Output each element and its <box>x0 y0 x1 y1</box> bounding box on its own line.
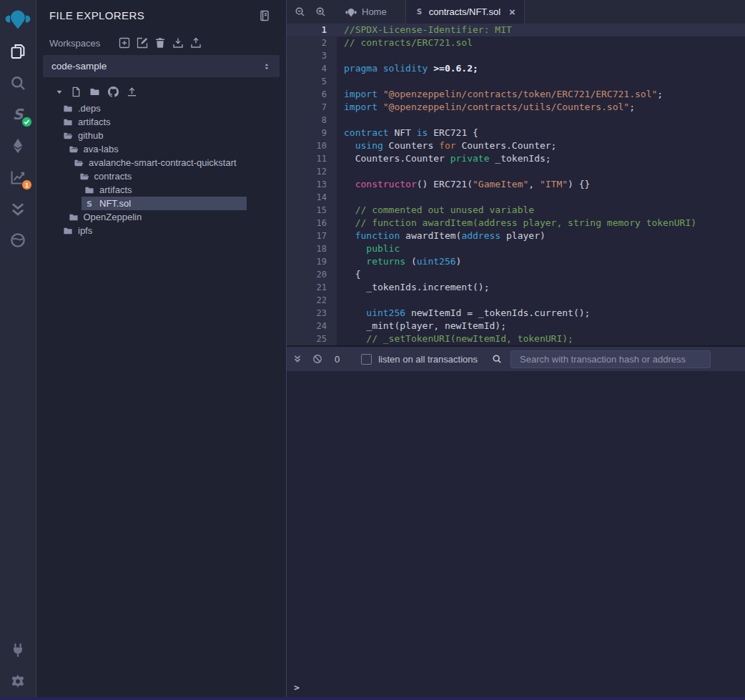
sidebar-deploy-run-button[interactable] <box>8 136 28 156</box>
tree-item[interactable]: SNFT.sol <box>36 197 286 210</box>
expand-terminal-button[interactable] <box>292 354 302 364</box>
code-line[interactable]: 11 Counters.Counter private _tokenIds; <box>287 152 745 165</box>
sidebar-search-button[interactable] <box>8 73 28 93</box>
code-line[interactable]: 25 // _setTokenURI(newItemId, tokenURI); <box>287 332 745 345</box>
bottom-strip <box>0 697 745 700</box>
sidebar-plugin-circle-button[interactable] <box>8 230 28 250</box>
line-number[interactable]: 13 <box>287 178 337 191</box>
code-line[interactable]: 18 public <box>287 242 745 255</box>
sidebar-settings-button[interactable] <box>8 671 28 691</box>
sidebar-unit-testing-button[interactable] <box>8 199 28 219</box>
code-token: public <box>366 243 400 254</box>
zoom-out-button[interactable] <box>290 0 310 24</box>
line-number[interactable]: 1 <box>287 24 337 36</box>
line-number[interactable]: 25 <box>287 332 337 345</box>
code-line[interactable]: 6import "@openzeppelin/contracts/token/E… <box>287 88 745 101</box>
code-line[interactable]: 12 <box>287 165 745 178</box>
line-number[interactable]: 16 <box>287 217 337 230</box>
tree-item[interactable]: ipfs <box>36 224 286 237</box>
workspace-select[interactable]: code-sample <box>43 55 280 77</box>
tree-item[interactable]: artifacts <box>36 183 286 197</box>
code-line[interactable]: 7import "@openzeppelin/contracts/utils/C… <box>287 101 745 114</box>
zoom-in-button[interactable] <box>310 0 331 24</box>
line-number[interactable]: 24 <box>287 320 337 332</box>
create-file-button[interactable] <box>71 87 82 97</box>
collapse-tree-button[interactable] <box>56 89 63 96</box>
tree-item[interactable]: .deps <box>36 102 286 115</box>
book-icon[interactable] <box>259 10 270 21</box>
code-token: ) {} <box>568 179 590 189</box>
remix-logo-icon[interactable] <box>5 4 31 33</box>
tree-item[interactable]: avalanche-smart-contract-quickstart <box>36 156 286 169</box>
line-number[interactable]: 17 <box>287 230 337 242</box>
transaction-count: 0 <box>335 354 340 365</box>
code-line[interactable]: 21 _tokenIds.increment(); <box>287 281 745 294</box>
code-line[interactable]: 23 uint256 newItemId = _tokenIds.current… <box>287 307 745 320</box>
publish-files-button[interactable] <box>127 87 137 97</box>
sidebar-plugin-manager-button[interactable] <box>8 640 28 660</box>
terminal-output[interactable]: > <box>287 371 745 700</box>
restore-workspace-button[interactable] <box>190 37 202 49</box>
line-number[interactable]: 3 <box>287 49 337 62</box>
line-number[interactable]: 9 <box>287 127 337 139</box>
create-workspace-button[interactable] <box>119 37 130 49</box>
line-number[interactable]: 7 <box>287 101 337 114</box>
clone-github-button[interactable] <box>108 87 119 97</box>
create-folder-button[interactable] <box>89 87 100 97</box>
tree-item[interactable]: github <box>36 129 286 142</box>
listen-transactions-label[interactable]: listen on all transactions <box>378 354 478 365</box>
sidebar-file-explorer-button[interactable] <box>8 41 28 61</box>
code-line[interactable]: 20 { <box>287 268 745 281</box>
code-line[interactable]: 3 <box>287 49 745 62</box>
code-line[interactable]: 22 <box>287 294 745 307</box>
sidebar-solidity-compiler-button[interactable]: S <box>8 104 28 124</box>
code-token <box>344 307 366 318</box>
line-number[interactable]: 22 <box>287 294 337 307</box>
line-number[interactable]: 20 <box>287 268 337 281</box>
line-number[interactable]: 14 <box>287 191 337 204</box>
code-line[interactable]: 15 // commented out unused variable <box>287 204 745 217</box>
code-line[interactable]: 10 using Counters for Counters.Counter; <box>287 139 745 152</box>
code-line[interactable]: 17 function awardItem(address player) <box>287 230 745 242</box>
line-number[interactable]: 12 <box>287 165 337 178</box>
tree-item[interactable]: contracts <box>36 169 286 183</box>
code-line[interactable]: 5 <box>287 75 745 88</box>
tab-home[interactable]: Home <box>337 0 395 24</box>
tree-item[interactable]: artifacts <box>36 115 286 129</box>
line-number[interactable]: 11 <box>287 152 337 165</box>
line-number[interactable]: 6 <box>287 88 337 101</box>
code-line[interactable]: 19 returns (uint256) <box>287 255 745 268</box>
line-number[interactable]: 2 <box>287 36 337 49</box>
line-number[interactable]: 15 <box>287 204 337 217</box>
close-tab-icon[interactable]: × <box>509 6 515 17</box>
transaction-search-input[interactable] <box>510 350 711 368</box>
listen-transactions-checkbox[interactable] <box>361 354 372 365</box>
rename-workspace-button[interactable] <box>137 37 148 49</box>
plug-icon <box>9 641 26 659</box>
tree-item[interactable]: OpenZeppelin <box>36 210 286 224</box>
line-number[interactable]: 23 <box>287 307 337 320</box>
code-line[interactable]: 1//SPDX-License-Identifier: MIT <box>287 24 745 36</box>
download-workspaces-button[interactable] <box>172 37 184 49</box>
code-line[interactable]: 4pragma solidity >=0.6.2; <box>287 62 745 75</box>
line-number[interactable]: 10 <box>287 139 337 152</box>
code-line[interactable]: 8 <box>287 114 745 127</box>
clear-console-button[interactable] <box>312 354 322 364</box>
line-number[interactable]: 8 <box>287 114 337 127</box>
line-number[interactable]: 19 <box>287 255 337 268</box>
code-line[interactable]: 24 _mint(player, newItemId); <box>287 320 745 332</box>
code-line[interactable]: 13 constructor() ERC721("GameItem", "ITM… <box>287 178 745 191</box>
code-line[interactable]: 2// contracts/ERC721.sol <box>287 36 745 49</box>
code-line[interactable]: 9contract NFT is ERC721 { <box>287 127 745 139</box>
code-line[interactable]: 14 <box>287 191 745 204</box>
tree-item-label: ava-labs <box>84 144 119 154</box>
sidebar-analysis-button[interactable]: 1 <box>8 167 28 187</box>
tree-item[interactable]: ava-labs <box>36 142 286 156</box>
line-number[interactable]: 18 <box>287 242 337 255</box>
line-number[interactable]: 21 <box>287 281 337 294</box>
line-number[interactable]: 5 <box>287 75 337 88</box>
delete-workspace-button[interactable] <box>154 37 166 49</box>
line-number[interactable]: 4 <box>287 62 337 75</box>
tab-nft-sol[interactable]: S contracts/NFT.sol × <box>405 0 525 24</box>
code-line[interactable]: 16 // function awardItem(address player,… <box>287 217 745 230</box>
